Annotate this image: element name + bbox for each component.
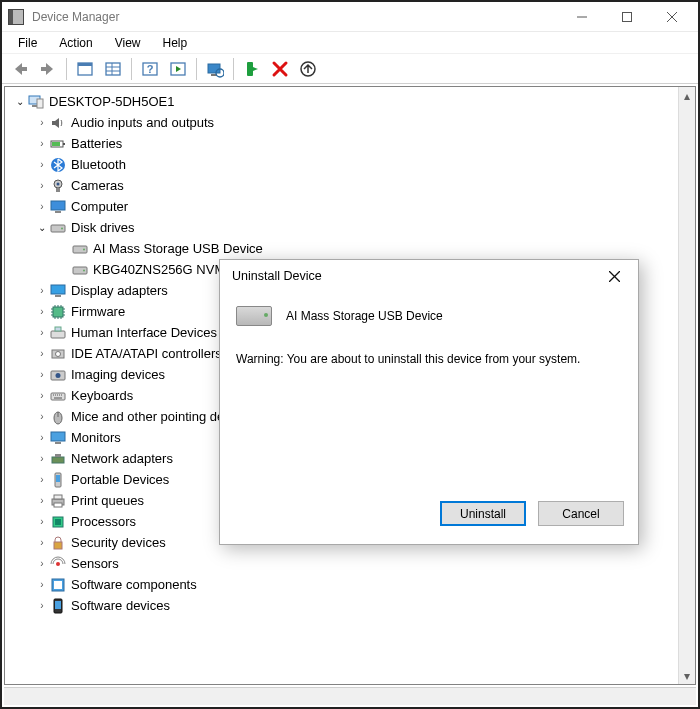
svg-rect-46 xyxy=(52,457,64,463)
vertical-scrollbar[interactable]: ▴ ▾ xyxy=(678,87,695,684)
tree-label: Monitors xyxy=(71,430,121,445)
chevron-right-icon[interactable]: › xyxy=(35,117,49,128)
svg-rect-1 xyxy=(21,67,27,71)
status-bar xyxy=(4,687,696,705)
chevron-right-icon[interactable]: › xyxy=(35,306,49,317)
tree-cat-diskdrives[interactable]: ⌄ Disk drives xyxy=(7,217,676,238)
scroll-down-button[interactable]: ▾ xyxy=(679,667,695,684)
computer-icon xyxy=(27,94,45,110)
tree-label: Software components xyxy=(71,577,197,592)
enable-device-button[interactable] xyxy=(238,57,266,81)
tree-cat-cameras[interactable]: › Cameras xyxy=(7,175,676,196)
tree-label: IDE ATA/ATAPI controllers xyxy=(71,346,222,361)
chevron-right-icon[interactable]: › xyxy=(35,474,49,485)
tree-cat-software-comp[interactable]: › Software components xyxy=(7,574,676,595)
bluetooth-icon xyxy=(49,157,67,173)
maximize-button[interactable] xyxy=(604,3,649,31)
tree-cat-bluetooth[interactable]: › Bluetooth xyxy=(7,154,676,175)
minimize-button[interactable] xyxy=(559,3,604,31)
chevron-right-icon[interactable]: › xyxy=(35,558,49,569)
svg-rect-58 xyxy=(54,581,62,589)
scan-hardware-button[interactable] xyxy=(201,57,229,81)
svg-point-22 xyxy=(57,182,60,185)
chevron-right-icon[interactable]: › xyxy=(35,495,49,506)
chevron-down-icon[interactable]: ⌄ xyxy=(35,222,49,233)
cancel-button[interactable]: Cancel xyxy=(538,501,624,526)
dialog-body: AI Mass Storage USB Device Warning: You … xyxy=(220,292,638,424)
tree-cat-computer[interactable]: › Computer xyxy=(7,196,676,217)
disk-icon xyxy=(236,306,272,326)
mouse-icon xyxy=(49,409,67,425)
chevron-right-icon[interactable]: › xyxy=(35,537,49,548)
scroll-track[interactable] xyxy=(679,104,695,667)
camera-icon xyxy=(49,178,67,194)
uninstall-button[interactable]: Uninstall xyxy=(440,501,526,526)
chevron-down-icon[interactable]: ⌄ xyxy=(13,96,27,107)
menu-file[interactable]: File xyxy=(8,34,47,52)
menu-view[interactable]: View xyxy=(105,34,151,52)
chevron-right-icon[interactable]: › xyxy=(35,516,49,527)
show-hidden-button[interactable] xyxy=(71,57,99,81)
chevron-right-icon[interactable]: › xyxy=(35,138,49,149)
chevron-right-icon[interactable]: › xyxy=(35,369,49,380)
svg-text:?: ? xyxy=(147,63,154,75)
update-driver-button[interactable] xyxy=(294,57,322,81)
chevron-right-icon[interactable]: › xyxy=(35,348,49,359)
toolbar-separator xyxy=(131,58,132,80)
svg-rect-16 xyxy=(37,99,43,108)
svg-rect-24 xyxy=(51,201,65,210)
svg-rect-49 xyxy=(56,475,60,482)
svg-rect-0 xyxy=(622,12,631,21)
hid-icon xyxy=(49,325,67,341)
scroll-up-button[interactable]: ▴ xyxy=(679,87,695,104)
chevron-right-icon[interactable]: › xyxy=(35,600,49,611)
tree-cat-sensors[interactable]: › Sensors xyxy=(7,553,676,574)
dialog-close-button[interactable] xyxy=(598,260,630,292)
svg-rect-41 xyxy=(51,393,65,400)
chevron-right-icon[interactable]: › xyxy=(35,159,49,170)
tree-label: Batteries xyxy=(71,136,122,151)
chevron-right-icon[interactable]: › xyxy=(35,180,49,191)
menu-action[interactable]: Action xyxy=(49,34,102,52)
svg-rect-55 xyxy=(54,542,62,549)
close-button[interactable] xyxy=(649,3,694,31)
tree-cat-audio[interactable]: › Audio inputs and outputs xyxy=(7,112,676,133)
tree-label: Firmware xyxy=(71,304,125,319)
menu-help[interactable]: Help xyxy=(153,34,198,52)
chevron-right-icon[interactable]: › xyxy=(35,201,49,212)
help-button[interactable]: ? xyxy=(136,57,164,81)
chevron-right-icon[interactable]: › xyxy=(35,327,49,338)
tree-item-disk-a[interactable]: AI Mass Storage USB Device xyxy=(7,238,676,259)
software-icon xyxy=(49,598,67,614)
chevron-right-icon[interactable]: › xyxy=(35,390,49,401)
tree-label: Print queues xyxy=(71,493,144,508)
svg-rect-32 xyxy=(51,285,65,294)
tree-cat-batteries[interactable]: › Batteries xyxy=(7,133,676,154)
list-view-button[interactable] xyxy=(99,57,127,81)
uninstall-device-button[interactable] xyxy=(266,57,294,81)
svg-rect-54 xyxy=(55,519,61,525)
chevron-right-icon[interactable]: › xyxy=(35,453,49,464)
svg-rect-44 xyxy=(51,432,65,441)
svg-rect-25 xyxy=(55,211,61,213)
tree-label: Cameras xyxy=(71,178,124,193)
tree-root[interactable]: ⌄ DESKTOP-5DH5OE1 xyxy=(7,91,676,112)
chevron-right-icon[interactable]: › xyxy=(35,285,49,296)
chevron-right-icon[interactable]: › xyxy=(35,432,49,443)
toolbar-separator xyxy=(66,58,67,80)
chevron-right-icon[interactable]: › xyxy=(35,579,49,590)
display-icon xyxy=(49,283,67,299)
svg-point-29 xyxy=(83,248,85,250)
tree-label: AI Mass Storage USB Device xyxy=(93,241,263,256)
actions-button[interactable] xyxy=(164,57,192,81)
app-icon xyxy=(8,9,24,25)
tree-cat-software-dev[interactable]: › Software devices xyxy=(7,595,676,616)
forward-button[interactable] xyxy=(34,57,62,81)
svg-rect-52 xyxy=(54,503,62,507)
chevron-right-icon[interactable]: › xyxy=(35,411,49,422)
svg-point-40 xyxy=(56,373,61,378)
back-button[interactable] xyxy=(6,57,34,81)
disk-icon xyxy=(49,220,67,236)
cpu-icon xyxy=(49,514,67,530)
uninstall-dialog: Uninstall Device AI Mass Storage USB Dev… xyxy=(219,259,639,545)
